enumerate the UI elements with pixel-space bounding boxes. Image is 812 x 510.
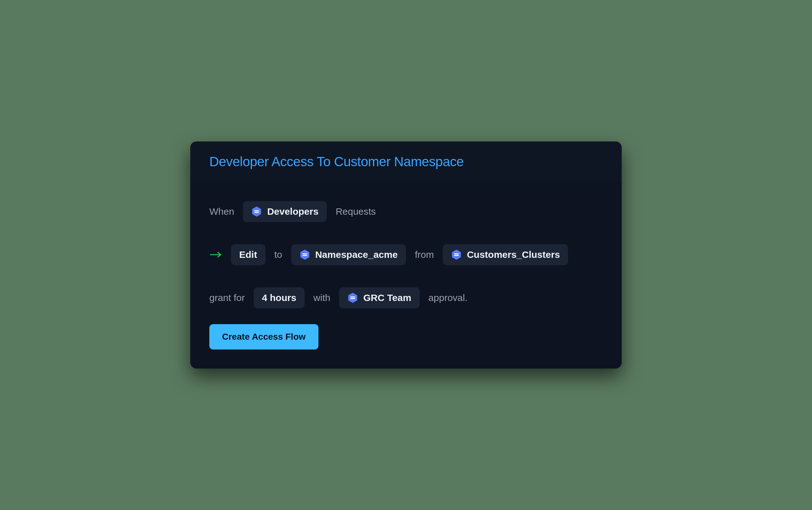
hexagon-icon — [299, 249, 310, 260]
cta-label: Create Access Flow — [222, 332, 306, 341]
svg-rect-9 — [454, 255, 459, 256]
when-label: When — [209, 206, 234, 217]
hexagon-icon — [347, 293, 358, 303]
svg-marker-4 — [300, 250, 309, 260]
svg-rect-8 — [454, 253, 459, 254]
arrow-right-icon — [209, 249, 222, 261]
flow-row-permission: Edit to Namespace_acme from — [209, 244, 603, 265]
requestor-chip[interactable]: Developers — [243, 201, 327, 222]
approver-chip-label: GRC Team — [363, 293, 411, 303]
card-body: When Developers Requests — [190, 182, 622, 368]
permission-chip-label: Edit — [239, 249, 257, 260]
grant-label: grant for — [209, 293, 245, 303]
requests-label: Requests — [336, 206, 376, 217]
svg-rect-11 — [350, 297, 355, 298]
approval-label: approval. — [429, 293, 467, 303]
resource-chip-label: Namespace_acme — [315, 249, 398, 260]
svg-rect-5 — [302, 253, 307, 254]
flow-row-when: When Developers Requests — [209, 201, 603, 222]
svg-rect-12 — [350, 298, 355, 299]
hexagon-icon — [251, 206, 262, 217]
duration-chip[interactable]: 4 hours — [254, 287, 304, 308]
requestor-chip-label: Developers — [267, 206, 318, 217]
svg-rect-1 — [254, 210, 259, 211]
resource-chip[interactable]: Namespace_acme — [291, 244, 406, 265]
create-access-flow-button[interactable]: Create Access Flow — [209, 324, 318, 350]
approver-chip[interactable]: GRC Team — [339, 287, 419, 308]
duration-chip-label: 4 hours — [262, 293, 296, 303]
svg-marker-0 — [252, 207, 261, 217]
access-flow-card: Developer Access To Customer Namespace W… — [190, 142, 622, 368]
hexagon-icon — [451, 249, 462, 260]
page-title: Developer Access To Customer Namespace — [209, 154, 603, 169]
svg-marker-10 — [348, 293, 357, 303]
integration-chip-label: Customers_Clusters — [467, 249, 560, 260]
flow-row-grant: grant for 4 hours with GRC Team approval… — [209, 287, 603, 308]
card-header: Developer Access To Customer Namespace — [190, 142, 622, 182]
from-label: from — [415, 249, 434, 260]
permission-chip[interactable]: Edit — [231, 244, 265, 265]
with-label: with — [313, 293, 330, 303]
svg-rect-6 — [302, 255, 307, 256]
svg-rect-2 — [254, 212, 259, 213]
to-label: to — [274, 249, 282, 260]
svg-marker-7 — [452, 250, 461, 260]
integration-chip[interactable]: Customers_Clusters — [443, 244, 568, 265]
